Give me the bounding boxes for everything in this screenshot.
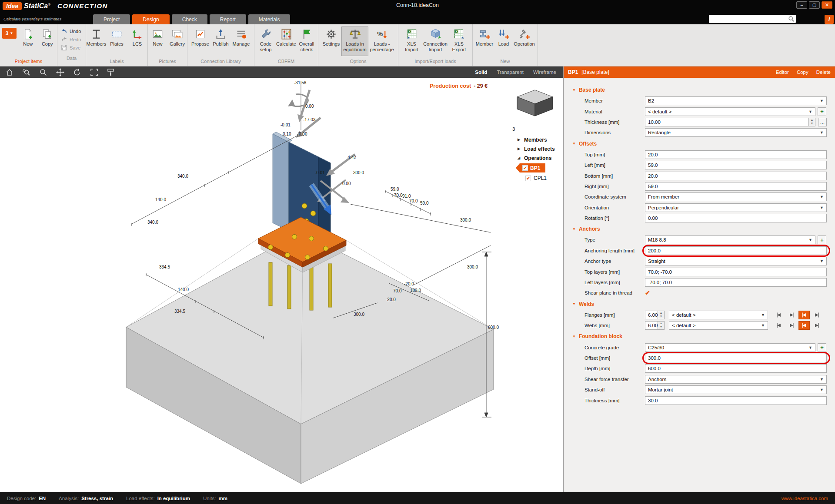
home-view-icon[interactable] xyxy=(5,68,13,76)
section-foundation-block[interactable]: ▼Foundation block xyxy=(564,331,835,342)
labels-plates-button[interactable]: Plates xyxy=(107,27,127,56)
new-load-button[interactable]: Load xyxy=(495,27,513,56)
thickness-input[interactable]: 10.00 xyxy=(645,118,809,126)
picture-new-button[interactable]: New xyxy=(148,27,167,56)
tab-design[interactable]: Design xyxy=(132,14,169,24)
section-welds[interactable]: ▼Welds xyxy=(564,298,835,310)
anchor-type-select[interactable]: M18 8.8▼ xyxy=(645,235,815,244)
connection-import-button[interactable]: Connection Import xyxy=(422,27,449,56)
mode-wireframe[interactable]: Wireframe xyxy=(533,70,556,75)
website-link[interactable]: www.ideastatica.com xyxy=(782,496,828,501)
offset-left-input[interactable]: 59.0 xyxy=(645,161,827,169)
mode-transparent[interactable]: Transparent xyxy=(497,70,524,75)
weld-type-icon-3[interactable] xyxy=(798,321,810,330)
anchor-shape-select[interactable]: Straight▼ xyxy=(645,257,827,265)
library-manage-button[interactable]: Manage xyxy=(231,27,251,56)
labels-lcs-button[interactable]: LCS xyxy=(127,27,147,56)
tree-node-members[interactable]: ▶ Members xyxy=(508,135,563,144)
tree-node-operations[interactable]: ◢ Operations xyxy=(508,153,563,162)
zoom-all-icon[interactable] xyxy=(90,68,98,76)
left-layers-input[interactable]: -70.0; 70.0 xyxy=(645,278,827,287)
orientation-select[interactable]: Perpendicular▼ xyxy=(645,203,827,212)
project-item-selector[interactable]: 3▼ xyxy=(2,28,17,39)
loads-percentage-button[interactable]: % Loads - percentage xyxy=(368,27,395,56)
weld-type-icon-3[interactable] xyxy=(798,311,810,319)
labels-members-button[interactable]: Members xyxy=(86,27,107,56)
library-publish-button[interactable]: Publish xyxy=(210,27,231,56)
tab-report[interactable]: Report xyxy=(210,14,246,24)
add-concrete-grade-button[interactable]: + xyxy=(818,343,826,352)
minimize-button[interactable]: – xyxy=(796,1,807,9)
zoom-window-icon[interactable] xyxy=(22,68,30,76)
shear-plane-checkbox[interactable]: ✔ xyxy=(645,289,650,296)
web-weld-stepper[interactable]: ▲▼ xyxy=(658,321,665,330)
anchoring-length-input[interactable]: 200.0 xyxy=(645,246,827,255)
offset-top-input[interactable]: 20.0 xyxy=(645,150,827,159)
weld-type-icon-2[interactable] xyxy=(786,321,797,330)
picture-gallery-button[interactable]: Gallery xyxy=(167,27,187,56)
maximize-button[interactable]: ▢ xyxy=(809,1,820,9)
loads-in-equilibrium-button[interactable]: Loads in equilibrium xyxy=(341,27,368,56)
add-material-button[interactable]: + xyxy=(818,107,826,116)
checkbox-checked-icon[interactable]: ✔ xyxy=(522,165,528,171)
code-setup-button[interactable]: Code setup xyxy=(256,27,276,56)
offset-bottom-input[interactable]: 20.0 xyxy=(645,172,827,180)
new-member-button[interactable]: Member xyxy=(474,27,495,56)
stand-off-select[interactable]: Mortar joint▼ xyxy=(645,385,827,394)
tree-item-bp1[interactable]: ✔ BP1 xyxy=(516,163,563,172)
thickness-more-button[interactable]: … xyxy=(818,118,827,126)
tree-project-item[interactable]: 3 xyxy=(508,126,563,135)
flange-weld-material-select[interactable]: < default >▼ xyxy=(669,311,768,319)
rotation-input[interactable]: 0.00 xyxy=(645,214,827,222)
mortar-thickness-input[interactable]: 30.0 xyxy=(645,396,827,405)
scene-3d[interactable]: -31.580.00-17.03-0.010.100.00-4.42-0.013… xyxy=(0,78,563,492)
weld-type-icon-4[interactable] xyxy=(811,311,822,319)
library-propose-button[interactable]: Propose xyxy=(190,27,210,56)
web-weld-size-input[interactable]: 6.00 xyxy=(645,321,658,330)
undo-button[interactable]: Undo xyxy=(61,28,81,34)
calculate-button[interactable]: Calculate xyxy=(276,27,297,56)
flange-weld-size-input[interactable]: 6.00 xyxy=(645,311,658,319)
new-operation-button[interactable]: Operation xyxy=(513,27,536,56)
checkbox-checked-icon[interactable]: ✔ xyxy=(525,176,531,181)
weld-type-icon-1[interactable] xyxy=(773,321,785,330)
settings-button[interactable]: Settings xyxy=(321,27,341,56)
search-input[interactable] xyxy=(709,16,788,22)
delete-operation-button[interactable]: Delete xyxy=(816,70,831,75)
close-button[interactable]: ✕ xyxy=(822,1,832,9)
rotate-view-icon[interactable] xyxy=(73,68,81,76)
weld-type-icon-4[interactable] xyxy=(811,321,822,330)
copy-operation-button[interactable]: Copy xyxy=(797,70,808,75)
material-select[interactable]: < default >▼ xyxy=(645,107,815,116)
web-weld-material-select[interactable]: < default >▼ xyxy=(669,321,768,330)
search-icon[interactable] xyxy=(788,16,795,22)
section-anchors[interactable]: ▼Anchors xyxy=(564,223,835,235)
tree-node-load-effects[interactable]: ▶ Load effects xyxy=(508,144,563,153)
xls-import-button[interactable]: X XLS Import xyxy=(401,27,422,56)
save-button[interactable]: Save xyxy=(61,44,80,51)
offset-right-input[interactable]: 59.0 xyxy=(645,182,827,191)
overall-check-button[interactable]: Overall check xyxy=(297,27,317,56)
tab-materials[interactable]: Materials xyxy=(248,14,291,24)
tab-project[interactable]: Project xyxy=(93,14,130,24)
shear-force-transfer-select[interactable]: Anchors▼ xyxy=(645,375,827,384)
foundation-offset-input[interactable]: 300.0 xyxy=(645,354,827,362)
section-offsets[interactable]: ▼Offsets xyxy=(564,138,835,149)
flange-weld-stepper[interactable]: ▲▼ xyxy=(658,311,665,319)
add-anchor-type-button[interactable]: + xyxy=(818,235,826,244)
navigation-cube[interactable] xyxy=(515,89,554,118)
concrete-grade-select[interactable]: C25/30▼ xyxy=(645,343,815,352)
xls-export-button[interactable]: X XLS Export xyxy=(449,27,469,56)
mode-solid[interactable]: Solid xyxy=(475,70,487,75)
redo-button[interactable]: Redo xyxy=(61,36,81,43)
top-layers-input[interactable]: 70.0; -70.0 xyxy=(645,268,827,276)
tab-check[interactable]: Check xyxy=(172,14,207,24)
zoom-icon[interactable] xyxy=(39,68,47,76)
thickness-stepper[interactable]: ▲▼ xyxy=(809,118,815,126)
info-button[interactable]: i xyxy=(825,15,834,24)
pan-icon[interactable] xyxy=(56,68,64,76)
tree-item-cpl1[interactable]: ✔ CPL1 xyxy=(508,173,563,183)
foundation-depth-input[interactable]: 600.0 xyxy=(645,364,827,373)
new-project-item-button[interactable]: New xyxy=(18,27,38,56)
appearance-icon[interactable] xyxy=(107,68,115,76)
